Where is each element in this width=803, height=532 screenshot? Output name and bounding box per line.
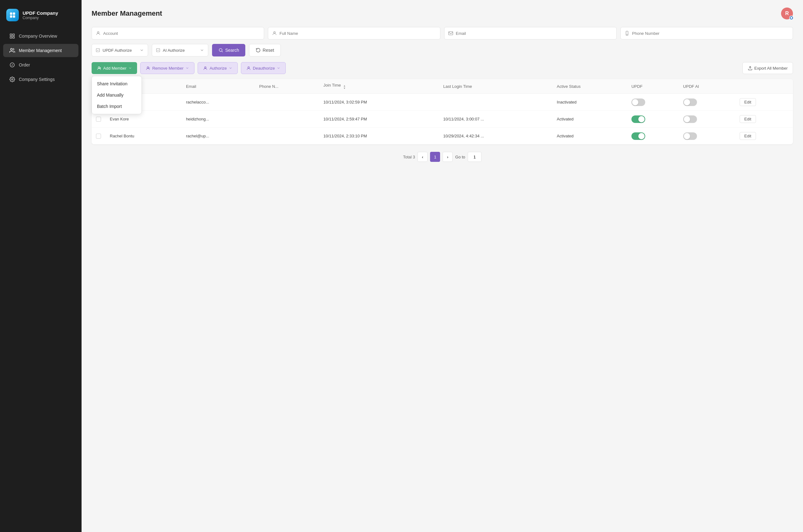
cell-phone-0	[255, 94, 319, 111]
svg-rect-5	[13, 34, 15, 35]
cell-email-0: rachelacco...	[181, 94, 255, 111]
remove-member-icon	[146, 66, 150, 71]
dropdown-share-invitation[interactable]: Share Invitation	[92, 78, 141, 89]
phone-filter	[620, 27, 793, 39]
cell-join-time-1: 10/11/2024, 2:59:47 PM	[319, 111, 439, 128]
updf-ai-toggle-1[interactable]	[683, 115, 697, 123]
updf-ai-toggle-0[interactable]	[683, 98, 697, 106]
sidebar-item-company-overview[interactable]: Company Overview	[3, 30, 78, 43]
pagination: Total 3 ‹ 1 › Go to	[92, 144, 793, 169]
svg-point-8	[11, 48, 13, 50]
row-checkbox-1[interactable]	[96, 117, 101, 122]
deauthorize-button[interactable]: Deauthorize	[241, 62, 286, 74]
authorize-button[interactable]: Authorize	[198, 62, 238, 74]
search-button[interactable]: Search	[212, 44, 245, 56]
email-filter	[444, 27, 617, 39]
edit-button-0[interactable]: Edit	[740, 98, 756, 106]
phone-icon	[625, 31, 630, 36]
sidebar-label-overview: Company Overview	[19, 34, 57, 39]
dropdown-batch-import[interactable]: Batch Import	[92, 101, 141, 112]
edit-button-2[interactable]: Edit	[740, 132, 756, 140]
ai-chevron-icon	[200, 48, 204, 52]
cell-last-login-2: 10/29/2024, 4:42:34 ...	[439, 128, 552, 145]
updf-authorize-select[interactable]: UPDF Authorize	[92, 44, 148, 56]
order-icon	[9, 62, 15, 68]
sidebar-item-member-management[interactable]: Member Management	[3, 44, 78, 57]
add-member-button[interactable]: Add Member	[92, 62, 137, 74]
user-avatar[interactable]: R	[781, 7, 793, 19]
prev-page-button[interactable]: ‹	[418, 152, 427, 162]
col-phone: Phone N...	[255, 79, 319, 94]
svg-point-11	[97, 32, 99, 33]
total-label: Total 3	[403, 155, 415, 159]
updf-ai-toggle-2[interactable]	[683, 132, 697, 140]
company-name: UPDF Company	[23, 11, 58, 16]
remove-member-button[interactable]: Remove Member	[140, 62, 194, 74]
phone-input[interactable]	[632, 31, 789, 36]
search-icon	[218, 48, 223, 53]
fullname-filter	[268, 27, 440, 39]
updf-toggle-0[interactable]	[631, 98, 645, 106]
ai-authorize-select[interactable]: AI Authorize	[152, 44, 208, 56]
svg-point-18	[219, 49, 222, 52]
sidebar-item-company-settings[interactable]: Company Settings	[3, 73, 78, 86]
main-header: Member Management R	[81, 0, 803, 19]
authorize-chevron-icon	[229, 66, 232, 70]
sidebar-label-order: Order	[19, 62, 30, 68]
add-member-icon	[97, 66, 101, 71]
svg-point-20	[147, 66, 149, 68]
cell-account-2: Rachel Bontu	[106, 128, 181, 145]
svg-rect-0	[10, 13, 12, 15]
cell-active-status-1: Activated	[552, 111, 627, 128]
row-checkbox-2[interactable]	[96, 134, 101, 139]
sidebar-item-order[interactable]: Order	[3, 58, 78, 72]
member-table: Account Email Phone N... Join Time ▲▼ La…	[92, 79, 793, 144]
cell-last-login-1: 10/11/2024, 3:00:07 ...	[439, 111, 552, 128]
cell-email-1: heidizhong...	[181, 111, 255, 128]
fullname-input[interactable]	[280, 31, 436, 36]
actions-row: Add Member Share Invitation Add Manually…	[92, 62, 793, 74]
svg-rect-1	[13, 13, 15, 15]
company-type: Company	[23, 16, 58, 20]
updf-toggle-2[interactable]	[631, 132, 645, 140]
dropdown-add-manually[interactable]: Add Manually	[92, 89, 141, 101]
account-input[interactable]	[103, 31, 260, 36]
cell-active-status-0: Inactivated	[552, 94, 627, 111]
reset-button[interactable]: Reset	[249, 44, 281, 56]
page-input[interactable]	[468, 152, 481, 162]
cell-email-2: rachel@up...	[181, 128, 255, 145]
col-active-status: Active Status	[552, 79, 627, 94]
updf-toggle-1[interactable]	[631, 115, 645, 123]
svg-rect-3	[13, 15, 15, 18]
col-join-time[interactable]: Join Time ▲▼	[319, 79, 439, 94]
next-page-button[interactable]: ›	[443, 152, 453, 162]
member-icon	[9, 48, 15, 53]
page-1-button[interactable]: 1	[430, 152, 440, 162]
member-table-container: Account Email Phone N... Join Time ▲▼ La…	[92, 79, 793, 144]
deauthorize-chevron-icon	[277, 66, 281, 70]
cell-join-time-2: 10/11/2024, 2:33:10 PM	[319, 128, 439, 145]
sidebar: UPDF Company Company Company Overview Me…	[0, 0, 81, 532]
sort-icon: ▲▼	[343, 85, 346, 90]
filters-row-2: UPDF Authorize AI Authorize Search Reset	[92, 44, 793, 56]
sidebar-label-member: Member Management	[19, 48, 62, 53]
main-body: UPDF Authorize AI Authorize Search Reset	[81, 19, 803, 532]
svg-rect-7	[10, 37, 12, 38]
fullname-icon	[272, 31, 277, 36]
edit-button-1[interactable]: Edit	[740, 115, 756, 123]
col-action	[735, 79, 793, 94]
cell-join-time-0: 10/11/2024, 3:02:59 PM	[319, 94, 439, 111]
export-button[interactable]: Export All Member	[743, 62, 793, 74]
col-updf: UPDF	[627, 79, 679, 94]
add-member-dropdown: Share Invitation Add Manually Batch Impo…	[92, 76, 142, 114]
page-title: Member Management	[92, 10, 162, 18]
add-member-chevron-icon	[128, 66, 132, 70]
svg-point-15	[627, 34, 627, 35]
logo-text: UPDF Company Company	[23, 11, 58, 20]
avatar-badge	[789, 16, 794, 20]
svg-point-12	[273, 32, 275, 33]
remove-chevron-icon	[185, 66, 189, 70]
svg-rect-2	[10, 15, 12, 18]
svg-point-10	[12, 79, 13, 80]
email-input[interactable]	[456, 31, 613, 36]
